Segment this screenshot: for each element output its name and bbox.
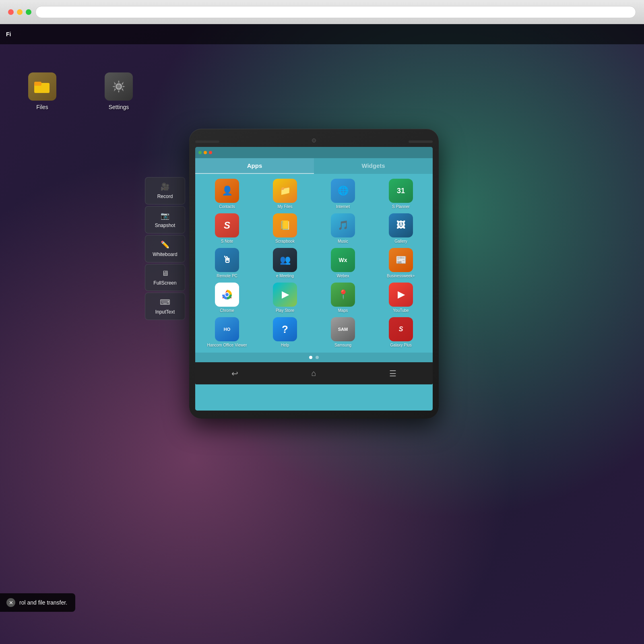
desktop-icons-area: Files Settings	[24, 72, 137, 110]
snapshot-button[interactable]: 📷 Snapshot	[145, 206, 185, 233]
inputtext-button[interactable]: ⌨ InputText	[145, 293, 185, 320]
tooltip-bar: ✕ rol and file transfer.	[0, 593, 75, 612]
music-icon: 🎵	[331, 213, 355, 237]
snapshot-icon: 📷	[161, 211, 169, 220]
contacts-icon: 👤	[215, 179, 239, 203]
galaxyplus-icon: S	[389, 317, 413, 341]
home-button[interactable]: ⌂	[311, 369, 316, 378]
wifi-label: Fi	[6, 31, 11, 37]
settings-icon-img	[105, 72, 133, 101]
tablet-device: Apps Widgets 👤 Contacts 📁 My Files	[189, 129, 439, 419]
businessweek-label: Businessweek+	[387, 274, 415, 279]
settings-icon[interactable]: Settings	[101, 72, 137, 110]
page-dot-1	[309, 356, 312, 359]
remotepc-icon: 🖱	[215, 248, 239, 272]
scrapbook-icon: 📒	[273, 213, 297, 237]
close-dot[interactable]	[8, 9, 14, 15]
app-chrome[interactable]: Chrome	[200, 283, 254, 313]
chrome-label: Chrome	[220, 308, 234, 313]
app-internet[interactable]: 🌐 Internet	[316, 179, 370, 209]
minimize-dot[interactable]	[17, 9, 23, 15]
tooltip-close-button[interactable]: ✕	[6, 598, 15, 607]
tablet-body: Apps Widgets 👤 Contacts 📁 My Files	[189, 129, 439, 419]
settings-icon-label: Settings	[109, 104, 129, 110]
whiteboard-button[interactable]: ✏️ Whiteboard	[145, 235, 185, 262]
app-businessweek[interactable]: 📰 Businessweek+	[374, 248, 428, 279]
status-dot-3	[209, 151, 212, 154]
tooltip-text: rol and file transfer.	[19, 599, 67, 606]
emeeting-label: e Meeting	[276, 274, 294, 279]
whiteboard-icon: ✏️	[161, 240, 169, 249]
app-youtube[interactable]: ▶ YouTube	[374, 283, 428, 313]
record-icon: 🎥	[161, 182, 169, 191]
files-icon[interactable]: Files	[24, 72, 60, 110]
tab-widgets[interactable]: Widgets	[314, 158, 433, 174]
snote-icon: S	[215, 213, 239, 237]
tablet-speaker-2	[409, 140, 433, 143]
files-icon-img	[28, 72, 56, 101]
app-webex[interactable]: Wx Webex	[316, 248, 370, 279]
maps-label: Maps	[338, 308, 348, 313]
address-bar[interactable]	[35, 6, 636, 18]
hancominoffice-label: Hancom Office Viewer	[207, 343, 247, 348]
app-playstore[interactable]: ▶ Play Store	[258, 283, 312, 313]
app-samsung[interactable]: SAM Samsung	[316, 317, 370, 348]
maximize-dot[interactable]	[26, 9, 31, 15]
top-bar: Fi	[0, 24, 644, 44]
snote-label: S Note	[221, 239, 233, 244]
svg-point-3	[117, 85, 121, 89]
tablet-status-bar	[195, 147, 433, 158]
app-scrapbook[interactable]: 📒 Scrapbook	[258, 213, 312, 244]
status-dot-2	[204, 151, 207, 154]
businessweek-icon: 📰	[389, 248, 413, 272]
app-emeeting[interactable]: 👥 e Meeting	[258, 248, 312, 279]
youtube-label: YouTube	[393, 308, 409, 313]
playstore-icon: ▶	[273, 283, 297, 307]
gallery-icon: 🖼	[389, 213, 413, 237]
playstore-label: Play Store	[276, 308, 294, 313]
app-myfiles[interactable]: 📁 My Files	[258, 179, 312, 209]
app-splanner[interactable]: 31 S Planner	[374, 179, 428, 209]
tablet-top-area	[195, 137, 433, 147]
record-button[interactable]: 🎥 Record	[145, 177, 185, 204]
page-dot-2	[316, 356, 319, 359]
app-remotepc[interactable]: 🖱 Remote PC	[200, 248, 254, 279]
hancominoffice-icon: HO	[215, 317, 239, 341]
tab-apps[interactable]: Apps	[195, 158, 314, 174]
chrome-icon	[215, 283, 239, 307]
tablet-camera	[312, 138, 316, 142]
scrapbook-label: Scrapbook	[275, 239, 295, 244]
menu-button[interactable]: ☰	[389, 369, 396, 378]
splanner-label: S Planner	[392, 204, 410, 209]
sidebar-toolbar: 🎥 Record 📷 Snapshot ✏️ Whiteboard 🖥 Full…	[145, 177, 185, 320]
help-icon: ?	[273, 317, 297, 341]
files-icon-label: Files	[36, 104, 48, 110]
contacts-label: Contacts	[219, 204, 235, 209]
fullscreen-button[interactable]: 🖥 FullScreen	[145, 264, 185, 291]
svg-point-6	[225, 293, 229, 296]
myfiles-label: My Files	[277, 204, 292, 209]
status-dot-1	[198, 151, 202, 154]
app-galaxyplus[interactable]: S Galaxy Plus	[374, 317, 428, 348]
app-maps[interactable]: 📍 Maps	[316, 283, 370, 313]
fullscreen-icon: 🖥	[161, 269, 169, 278]
app-music[interactable]: 🎵 Music	[316, 213, 370, 244]
music-label: Music	[338, 239, 348, 244]
inputtext-label: InputText	[155, 309, 175, 315]
app-gallery[interactable]: 🖼 Gallery	[374, 213, 428, 244]
app-contacts[interactable]: 👤 Contacts	[200, 179, 254, 209]
back-button[interactable]: ↩	[231, 369, 238, 378]
app-hancominoffice[interactable]: HO Hancom Office Viewer	[200, 317, 254, 348]
app-help[interactable]: ? Help	[258, 317, 312, 348]
splanner-icon: 31	[389, 179, 413, 203]
page-indicator	[195, 353, 433, 362]
youtube-icon: ▶	[389, 283, 413, 307]
record-label: Record	[157, 194, 173, 199]
tablet-bottom-nav: ↩ ⌂ ☰	[195, 362, 433, 384]
desktop: Fi Files Settings	[0, 24, 644, 644]
webex-label: Webex	[337, 274, 349, 279]
help-label: Help	[281, 343, 289, 348]
app-snote[interactable]: S S Note	[200, 213, 254, 244]
gallery-label: Gallery	[394, 239, 407, 244]
tablet-screen: Apps Widgets 👤 Contacts 📁 My Files	[195, 147, 433, 411]
